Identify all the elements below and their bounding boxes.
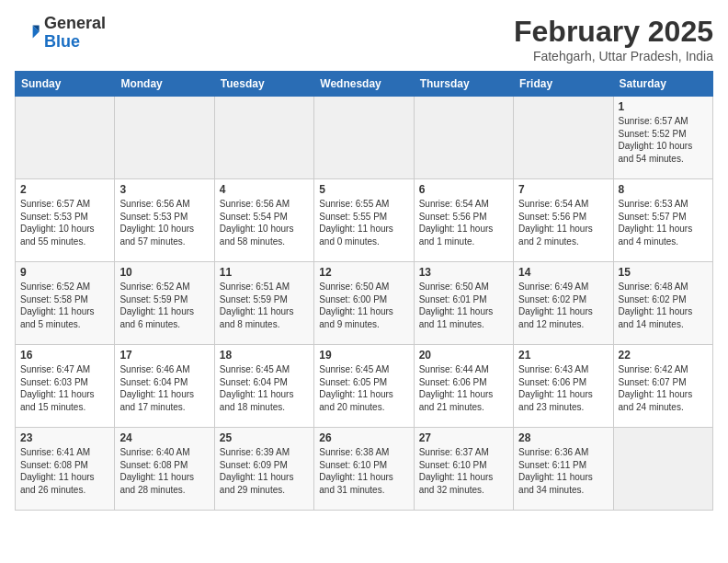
month-title: February 2025 <box>514 15 713 49</box>
day-info: Sunrise: 6:56 AM Sunset: 5:53 PM Dayligh… <box>119 198 209 247</box>
location-subtitle: Fatehgarh, Uttar Pradesh, India <box>514 49 713 63</box>
logo-text: General Blue <box>44 15 106 52</box>
weekday-header: Saturday <box>613 72 712 97</box>
day-info: Sunrise: 6:50 AM Sunset: 6:01 PM Dayligh… <box>419 281 508 330</box>
day-number: 27 <box>419 431 508 444</box>
calendar-cell <box>115 97 214 179</box>
day-info: Sunrise: 6:43 AM Sunset: 6:06 PM Dayligh… <box>518 363 608 413</box>
calendar-cell <box>514 97 613 179</box>
calendar-cell: 21Sunrise: 6:43 AM Sunset: 6:06 PM Dayli… <box>514 345 613 428</box>
day-info: Sunrise: 6:46 AM Sunset: 6:04 PM Dayligh… <box>119 363 209 413</box>
day-number: 13 <box>419 266 508 279</box>
calendar-cell: 12Sunrise: 6:50 AM Sunset: 6:00 PM Dayli… <box>314 262 414 345</box>
day-number: 17 <box>119 349 209 362</box>
calendar-cell: 23Sunrise: 6:41 AM Sunset: 6:08 PM Dayli… <box>16 428 115 511</box>
day-number: 18 <box>220 349 309 362</box>
weekday-header-row: SundayMondayTuesdayWednesdayThursdayFrid… <box>16 72 713 97</box>
calendar-cell: 10Sunrise: 6:52 AM Sunset: 5:59 PM Dayli… <box>115 262 214 345</box>
day-info: Sunrise: 6:36 AM Sunset: 6:11 PM Dayligh… <box>518 446 608 496</box>
calendar-cell: 14Sunrise: 6:49 AM Sunset: 6:02 PM Dayli… <box>514 262 613 345</box>
calendar-week-row: 1Sunrise: 6:57 AM Sunset: 5:52 PM Daylig… <box>16 97 713 179</box>
day-number: 7 <box>518 183 608 196</box>
day-info: Sunrise: 6:54 AM Sunset: 5:56 PM Dayligh… <box>518 198 608 247</box>
logo-blue-text: Blue <box>44 32 80 51</box>
calendar-cell: 11Sunrise: 6:51 AM Sunset: 5:59 PM Dayli… <box>214 262 313 345</box>
weekday-header: Thursday <box>414 72 513 97</box>
calendar-cell: 3Sunrise: 6:56 AM Sunset: 5:53 PM Daylig… <box>115 179 214 262</box>
weekday-header: Friday <box>514 72 613 97</box>
day-info: Sunrise: 6:45 AM Sunset: 6:05 PM Dayligh… <box>319 363 408 413</box>
calendar-cell: 2Sunrise: 6:57 AM Sunset: 5:53 PM Daylig… <box>16 179 115 262</box>
weekday-header: Tuesday <box>214 72 313 97</box>
day-info: Sunrise: 6:57 AM Sunset: 5:53 PM Dayligh… <box>20 198 109 247</box>
calendar-cell: 15Sunrise: 6:48 AM Sunset: 6:02 PM Dayli… <box>613 262 712 345</box>
logo-icon <box>15 20 40 46</box>
page-header: General Blue February 2025 Fatehgarh, Ut… <box>15 15 713 63</box>
day-info: Sunrise: 6:53 AM Sunset: 5:57 PM Dayligh… <box>619 198 708 247</box>
day-info: Sunrise: 6:38 AM Sunset: 6:10 PM Dayligh… <box>319 446 408 496</box>
day-info: Sunrise: 6:40 AM Sunset: 6:08 PM Dayligh… <box>119 446 209 496</box>
day-number: 10 <box>119 266 209 279</box>
calendar-cell: 26Sunrise: 6:38 AM Sunset: 6:10 PM Dayli… <box>314 428 414 511</box>
weekday-header: Monday <box>115 72 214 97</box>
calendar-cell: 8Sunrise: 6:53 AM Sunset: 5:57 PM Daylig… <box>613 179 712 262</box>
day-number: 15 <box>619 266 708 279</box>
day-number: 26 <box>319 431 408 444</box>
calendar-table: SundayMondayTuesdayWednesdayThursdayFrid… <box>15 71 713 511</box>
calendar-cell: 25Sunrise: 6:39 AM Sunset: 6:09 PM Dayli… <box>214 428 313 511</box>
day-number: 9 <box>20 266 109 279</box>
day-info: Sunrise: 6:44 AM Sunset: 6:06 PM Dayligh… <box>419 363 508 413</box>
weekday-header: Wednesday <box>314 72 414 97</box>
day-info: Sunrise: 6:52 AM Sunset: 5:58 PM Dayligh… <box>20 281 109 330</box>
day-number: 4 <box>220 183 309 196</box>
day-info: Sunrise: 6:45 AM Sunset: 6:04 PM Dayligh… <box>220 363 309 413</box>
calendar-cell: 5Sunrise: 6:55 AM Sunset: 5:55 PM Daylig… <box>314 179 414 262</box>
day-number: 19 <box>319 349 408 362</box>
calendar-cell <box>314 97 414 179</box>
day-number: 6 <box>419 183 508 196</box>
calendar-cell: 17Sunrise: 6:46 AM Sunset: 6:04 PM Dayli… <box>115 345 214 428</box>
calendar-cell: 22Sunrise: 6:42 AM Sunset: 6:07 PM Dayli… <box>613 345 712 428</box>
day-number: 5 <box>319 183 408 196</box>
day-info: Sunrise: 6:37 AM Sunset: 6:10 PM Dayligh… <box>419 446 508 496</box>
day-number: 12 <box>319 266 408 279</box>
calendar-cell: 4Sunrise: 6:56 AM Sunset: 5:54 PM Daylig… <box>214 179 313 262</box>
calendar-cell: 18Sunrise: 6:45 AM Sunset: 6:04 PM Dayli… <box>214 345 313 428</box>
day-number: 22 <box>619 349 708 362</box>
day-number: 8 <box>619 183 708 196</box>
calendar-cell: 20Sunrise: 6:44 AM Sunset: 6:06 PM Dayli… <box>414 345 513 428</box>
day-number: 20 <box>419 349 508 362</box>
calendar-week-row: 23Sunrise: 6:41 AM Sunset: 6:08 PM Dayli… <box>16 428 713 511</box>
day-number: 25 <box>220 431 309 444</box>
day-info: Sunrise: 6:57 AM Sunset: 5:52 PM Dayligh… <box>619 115 708 165</box>
day-info: Sunrise: 6:41 AM Sunset: 6:08 PM Dayligh… <box>20 446 109 496</box>
day-number: 21 <box>518 349 608 362</box>
day-number: 11 <box>220 266 309 279</box>
calendar-week-row: 9Sunrise: 6:52 AM Sunset: 5:58 PM Daylig… <box>16 262 713 345</box>
calendar-cell: 27Sunrise: 6:37 AM Sunset: 6:10 PM Dayli… <box>414 428 513 511</box>
calendar-cell <box>16 97 115 179</box>
day-number: 2 <box>20 183 109 196</box>
day-number: 1 <box>619 100 708 113</box>
day-info: Sunrise: 6:48 AM Sunset: 6:02 PM Dayligh… <box>619 281 708 330</box>
calendar-cell: 28Sunrise: 6:36 AM Sunset: 6:11 PM Dayli… <box>514 428 613 511</box>
calendar-cell <box>414 97 513 179</box>
weekday-header: Sunday <box>16 72 115 97</box>
logo: General Blue <box>15 15 106 52</box>
calendar-cell: 6Sunrise: 6:54 AM Sunset: 5:56 PM Daylig… <box>414 179 513 262</box>
day-info: Sunrise: 6:47 AM Sunset: 6:03 PM Dayligh… <box>20 363 109 413</box>
day-info: Sunrise: 6:56 AM Sunset: 5:54 PM Dayligh… <box>220 198 309 247</box>
calendar-cell: 9Sunrise: 6:52 AM Sunset: 5:58 PM Daylig… <box>16 262 115 345</box>
calendar-cell: 19Sunrise: 6:45 AM Sunset: 6:05 PM Dayli… <box>314 345 414 428</box>
calendar-cell: 13Sunrise: 6:50 AM Sunset: 6:01 PM Dayli… <box>414 262 513 345</box>
day-info: Sunrise: 6:55 AM Sunset: 5:55 PM Dayligh… <box>319 198 408 247</box>
calendar-week-row: 16Sunrise: 6:47 AM Sunset: 6:03 PM Dayli… <box>16 345 713 428</box>
day-number: 23 <box>20 431 109 444</box>
day-number: 16 <box>20 349 109 362</box>
calendar-week-row: 2Sunrise: 6:57 AM Sunset: 5:53 PM Daylig… <box>16 179 713 262</box>
day-info: Sunrise: 6:52 AM Sunset: 5:59 PM Dayligh… <box>119 281 209 330</box>
day-info: Sunrise: 6:39 AM Sunset: 6:09 PM Dayligh… <box>220 446 309 496</box>
calendar-cell: 1Sunrise: 6:57 AM Sunset: 5:52 PM Daylig… <box>613 97 712 179</box>
title-block: February 2025 Fatehgarh, Uttar Pradesh, … <box>514 15 713 63</box>
calendar-cell <box>214 97 313 179</box>
